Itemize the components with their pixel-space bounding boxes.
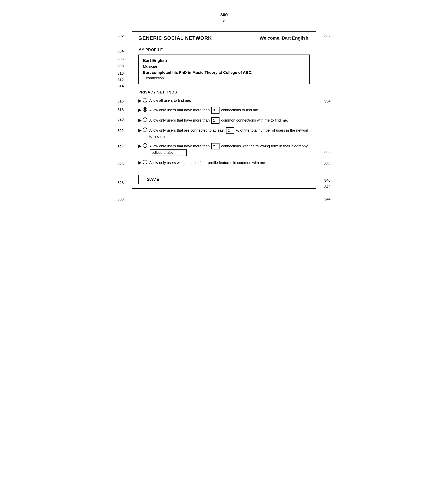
ref-308: 308 bbox=[117, 64, 124, 68]
ref-342: 342 bbox=[324, 185, 331, 189]
ref-336: 336 bbox=[324, 150, 331, 154]
arrow-328: ▶ bbox=[139, 160, 141, 165]
ref-302: 302 bbox=[117, 34, 124, 38]
profile-bio: Bart completed his PhD in Music Theory a… bbox=[143, 70, 305, 75]
header: GENERIC SOCIAL NETWORK Welcome, Bart Eng… bbox=[132, 32, 316, 45]
radio-328[interactable] bbox=[143, 160, 147, 164]
radio-326[interactable] bbox=[143, 143, 147, 148]
ref-344: 344 bbox=[324, 197, 331, 201]
welcome-message: Welcome, Bart English. bbox=[260, 35, 309, 41]
option-text-322: Allow only users that have more than 1 c… bbox=[149, 117, 309, 124]
ref-340: 340 bbox=[324, 178, 331, 183]
input-324-percent[interactable]: 2 bbox=[226, 127, 234, 134]
radio-318[interactable] bbox=[143, 98, 147, 102]
option-text-318: Allow all users to find me. bbox=[149, 98, 309, 103]
site-title: GENERIC SOCIAL NETWORK bbox=[139, 35, 212, 41]
profile-box: Bart English Musician Bart completed his… bbox=[139, 55, 309, 84]
ref-326: 326 bbox=[117, 162, 124, 166]
privacy-option-320[interactable]: ▶ Allow only users that have more than 3… bbox=[139, 107, 309, 113]
ref-332: 332 bbox=[324, 34, 331, 38]
ref-318: 318 bbox=[117, 108, 124, 112]
ref-320: 320 bbox=[117, 117, 124, 122]
ref-330: 330 bbox=[117, 197, 124, 201]
ref-314: 314 bbox=[117, 84, 124, 88]
input-328-features[interactable]: 2 bbox=[198, 160, 206, 166]
input-326-bio-term[interactable]: college of abc bbox=[150, 149, 187, 156]
save-button[interactable]: SAVE bbox=[139, 175, 168, 184]
save-section: SAVE bbox=[132, 172, 316, 188]
option-text-328: Allow only users with at least 2 profile… bbox=[149, 160, 309, 166]
option-text-320: Allow only users that have more than 3 c… bbox=[149, 107, 309, 113]
privacy-option-318[interactable]: ▶ Allow all users to find me. bbox=[139, 98, 309, 103]
ref-322: 322 bbox=[117, 129, 124, 133]
radio-324[interactable] bbox=[143, 127, 147, 132]
input-320-connections[interactable]: 3 bbox=[211, 107, 220, 113]
profile-occupation: Musician bbox=[143, 64, 305, 69]
ref-310: 310 bbox=[117, 71, 124, 76]
ref-306: 306 bbox=[117, 57, 124, 61]
privacy-section: PRIVACY SETTINGS ▶ Allow all users to fi… bbox=[132, 88, 316, 172]
ref-324: 324 bbox=[117, 145, 124, 149]
option-text-326: Allow only users that have more than 2 c… bbox=[149, 143, 309, 156]
radio-320[interactable] bbox=[143, 107, 147, 112]
main-container: GENERIC SOCIAL NETWORK Welcome, Bart Eng… bbox=[132, 31, 316, 189]
option-text-324: Allow only users that are connected to a… bbox=[149, 127, 309, 139]
arrow-322: ▶ bbox=[139, 118, 141, 123]
arrow-324: ▶ bbox=[139, 128, 141, 133]
arrow-326: ▶ bbox=[139, 144, 141, 148]
ref-338: 338 bbox=[324, 162, 331, 166]
ref-304: 304 bbox=[117, 49, 124, 54]
arrow-318: ▶ bbox=[139, 98, 141, 103]
privacy-title: PRIVACY SETTINGS bbox=[139, 90, 309, 94]
arrow-320: ▶ bbox=[139, 107, 141, 112]
input-326-connections[interactable]: 2 bbox=[211, 143, 220, 150]
figure-number: 300 bbox=[220, 12, 228, 17]
profile-name: Bart English bbox=[143, 58, 305, 63]
privacy-option-326[interactable]: ▶ Allow only users that have more than 2… bbox=[139, 143, 309, 156]
profile-connections: 1 connection. bbox=[143, 76, 305, 80]
input-322-common[interactable]: 1 bbox=[211, 117, 220, 124]
my-profile-label: MY PROFILE bbox=[132, 45, 316, 54]
privacy-option-322[interactable]: ▶ Allow only users that have more than 1… bbox=[139, 117, 309, 124]
ref-316: 316 bbox=[117, 99, 124, 103]
ref-312: 312 bbox=[117, 78, 124, 82]
ref-328: 328 bbox=[117, 181, 124, 185]
radio-322[interactable] bbox=[143, 117, 147, 122]
privacy-option-328[interactable]: ▶ Allow only users with at least 2 profi… bbox=[139, 160, 309, 166]
ref-334: 334 bbox=[324, 99, 331, 103]
privacy-option-324[interactable]: ▶ Allow only users that are connected to… bbox=[139, 127, 309, 139]
